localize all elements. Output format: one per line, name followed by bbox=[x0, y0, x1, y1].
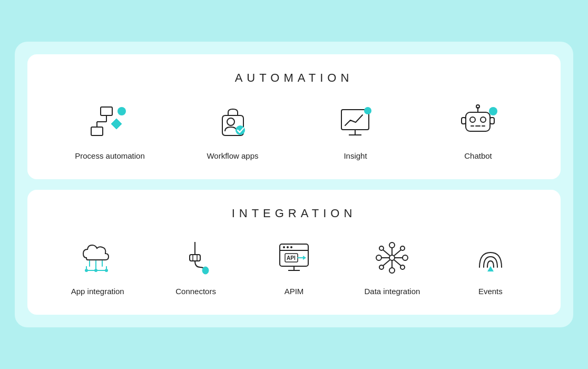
svg-point-51 bbox=[389, 242, 395, 248]
svg-point-18 bbox=[481, 117, 486, 122]
automation-title: AUTOMATION bbox=[48, 71, 540, 85]
process-automation-icon bbox=[89, 104, 131, 141]
events-label: Events bbox=[478, 287, 503, 296]
events-icon bbox=[469, 239, 512, 276]
svg-point-50 bbox=[389, 255, 395, 260]
svg-point-30 bbox=[94, 269, 97, 272]
svg-rect-1 bbox=[91, 127, 103, 135]
svg-point-24 bbox=[489, 107, 497, 115]
main-container: AUTOMATION bbox=[15, 42, 573, 327]
workflow-apps-icon bbox=[212, 104, 254, 141]
data-integration-item[interactable]: Data integration bbox=[343, 239, 441, 296]
svg-point-65 bbox=[400, 265, 405, 269]
data-integration-label: Data integration bbox=[364, 287, 420, 296]
connectors-item[interactable]: Connectors bbox=[146, 239, 244, 296]
app-integration-icon bbox=[76, 239, 119, 276]
svg-point-63 bbox=[379, 265, 384, 269]
svg-point-16 bbox=[476, 105, 479, 108]
insight-icon bbox=[335, 104, 377, 141]
apim-item[interactable]: API APIM bbox=[245, 239, 343, 296]
svg-marker-47 bbox=[303, 256, 306, 260]
svg-point-7 bbox=[227, 118, 234, 125]
svg-rect-23 bbox=[490, 118, 494, 124]
svg-point-17 bbox=[470, 117, 475, 122]
svg-point-61 bbox=[400, 246, 405, 250]
workflow-apps-label: Workflow apps bbox=[207, 151, 258, 160]
svg-marker-5 bbox=[111, 119, 122, 129]
app-integration-item[interactable]: App integration bbox=[48, 239, 146, 296]
svg-rect-22 bbox=[462, 118, 466, 124]
svg-rect-35 bbox=[190, 255, 200, 261]
apim-label: APIM bbox=[285, 287, 304, 296]
events-item[interactable]: Events bbox=[442, 239, 540, 296]
svg-rect-14 bbox=[466, 112, 490, 131]
svg-line-64 bbox=[383, 260, 390, 266]
integration-items-row: App integration bbox=[48, 239, 540, 296]
app-integration-label: App integration bbox=[71, 287, 124, 296]
connectors-icon bbox=[175, 239, 217, 276]
data-integration-icon bbox=[371, 239, 413, 276]
svg-marker-67 bbox=[487, 266, 494, 271]
process-automation-label: Process automation bbox=[75, 151, 145, 160]
svg-point-42 bbox=[287, 246, 289, 248]
svg-point-31 bbox=[105, 269, 108, 272]
integration-title: INTEGRATION bbox=[48, 207, 540, 220]
svg-line-66 bbox=[394, 260, 401, 266]
svg-point-57 bbox=[403, 255, 408, 260]
svg-point-53 bbox=[389, 268, 395, 273]
apim-icon: API bbox=[273, 239, 315, 276]
svg-point-41 bbox=[283, 246, 285, 248]
svg-point-8 bbox=[236, 125, 245, 135]
svg-point-43 bbox=[290, 246, 292, 248]
svg-line-60 bbox=[383, 250, 390, 256]
connectors-label: Connectors bbox=[175, 287, 216, 296]
svg-point-55 bbox=[376, 255, 381, 260]
insight-label: Insight bbox=[344, 151, 367, 160]
insight-item[interactable]: Insight bbox=[294, 104, 417, 160]
svg-rect-0 bbox=[101, 107, 112, 115]
chatbot-label: Chatbot bbox=[464, 151, 492, 160]
chatbot-item[interactable]: Chatbot bbox=[417, 104, 540, 160]
automation-items-row: Process automation bbox=[48, 104, 540, 160]
workflow-apps-item[interactable]: Workflow apps bbox=[171, 104, 294, 160]
chatbot-icon bbox=[457, 104, 499, 141]
svg-text:API: API bbox=[287, 255, 296, 261]
svg-point-36 bbox=[202, 267, 209, 274]
svg-point-29 bbox=[85, 269, 88, 272]
automation-section: AUTOMATION bbox=[27, 54, 561, 179]
svg-line-62 bbox=[394, 250, 401, 256]
integration-section: INTEGRATION bbox=[27, 190, 561, 315]
svg-point-6 bbox=[117, 107, 126, 115]
process-automation-item[interactable]: Process automation bbox=[48, 104, 171, 160]
svg-point-59 bbox=[379, 246, 384, 250]
